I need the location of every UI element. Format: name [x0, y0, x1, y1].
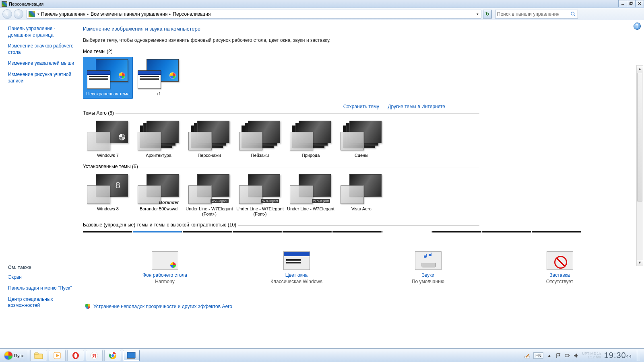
- option-window-color[interactable]: Цвет окна Классическая Windows: [240, 251, 353, 284]
- theme-label: Пейзажи: [251, 153, 269, 158]
- see-also-ease[interactable]: Центр специальных возможностей: [8, 296, 80, 309]
- group-aero-title: Темы Aero (6): [83, 110, 114, 116]
- theme-underline-minus[interactable]: W7ElegantUnder Line - W7Elegant (Font-): [235, 172, 285, 219]
- taskbar-app-media[interactable]: [49, 350, 66, 361]
- tray-volume-icon[interactable]: [573, 353, 579, 358]
- chevron-icon[interactable]: ▾: [37, 12, 39, 16]
- tray-flag-icon[interactable]: [555, 353, 561, 358]
- taskbar-app-chrome[interactable]: [104, 350, 121, 361]
- see-also-taskbar[interactable]: Панель задач и меню "Пуск": [8, 285, 80, 292]
- theme-label: Архитектура: [146, 153, 171, 158]
- theme-unsaved[interactable]: Несохраненная тема: [83, 57, 133, 99]
- link-save-theme[interactable]: Сохранить тему: [343, 104, 379, 109]
- group-aero: Windows 7 Архитектура Персонажи Пейзажи …: [83, 116, 642, 164]
- minimize-button[interactable]: [618, 0, 627, 7]
- svg-line-6: [574, 14, 576, 16]
- group-installed-title: Установленные темы (6): [83, 164, 138, 169]
- theme-basic-partial[interactable]: [133, 231, 182, 232]
- aero-troubleshoot-text: Устранение неполадок прозрачности и друг…: [93, 304, 232, 309]
- tray-show-desktop[interactable]: [637, 350, 640, 361]
- tray-language[interactable]: EN: [533, 352, 543, 359]
- badge: W7Elegant: [261, 199, 279, 203]
- theme-rf[interactable]: rf: [134, 57, 184, 99]
- theme-vista-aero[interactable]: Vista Aero: [336, 172, 386, 219]
- tray-clock[interactable]: 19:3044: [604, 351, 632, 360]
- window-title: Персонализация: [9, 2, 43, 6]
- theme-architecture[interactable]: Архитектура: [134, 118, 184, 160]
- theme-borander[interactable]: BoranderBorander 500wswd: [134, 172, 184, 219]
- theme-underline[interactable]: W7ElegantUnder Line - W7Elegant: [286, 172, 336, 219]
- taskbar-app-opera[interactable]: [67, 350, 84, 361]
- taskbar-app-personalization[interactable]: [123, 350, 140, 361]
- scroll-up-button[interactable]: ▲: [637, 66, 643, 72]
- theme-basic-partial[interactable]: [482, 231, 531, 232]
- chevron-icon[interactable]: ▸: [87, 12, 89, 16]
- nav-back-button[interactable]: [2, 9, 12, 19]
- sidebar-link-mouse-pointers[interactable]: Изменение указателей мыши: [8, 60, 76, 67]
- badge: W7Elegant: [211, 199, 229, 203]
- chevron-down-icon[interactable]: ▾: [477, 12, 479, 16]
- group-basic: [83, 228, 642, 232]
- maximize-button[interactable]: [627, 0, 636, 7]
- option-sounds[interactable]: Звуки По умолчанию: [372, 251, 485, 284]
- theme-basic-partial[interactable]: [532, 231, 581, 232]
- svg-rect-11: [426, 254, 427, 257]
- left-sidebar: Панель управления - домашняя страница Из…: [0, 20, 80, 315]
- tray-pen-icon[interactable]: [524, 353, 530, 358]
- option-screensaver[interactable]: Заставка Отсутствует: [504, 251, 616, 284]
- breadcrumb-bar[interactable]: ▾ Панель управления ▸ Все элементы панел…: [27, 10, 481, 19]
- start-button[interactable]: Пуск: [2, 350, 27, 361]
- theme-basic-partial[interactable]: [332, 231, 382, 232]
- sidebar-link-home[interactable]: Панель управления - домашняя страница: [8, 26, 76, 38]
- theme-characters[interactable]: Персонажи: [184, 118, 234, 160]
- option-desktop-background[interactable]: Фон рабочего стола Harmony: [109, 251, 221, 284]
- theme-label: Under Line - W7Elegant (Font-): [236, 206, 284, 217]
- theme-landscapes[interactable]: Пейзажи: [235, 118, 285, 160]
- taskbar-app-explorer[interactable]: [30, 350, 47, 361]
- theme-scenes[interactable]: Сцены: [336, 118, 386, 160]
- see-also-display[interactable]: Экран: [8, 274, 80, 281]
- theme-basic-partial[interactable]: [432, 231, 481, 232]
- search-placeholder: Поиск в панели управления: [497, 11, 559, 17]
- theme-basic-partial[interactable]: [83, 231, 132, 232]
- refresh-button[interactable]: ↻: [483, 10, 492, 19]
- nav-forward-button[interactable]: [14, 9, 23, 19]
- scroll-thumb[interactable]: [637, 73, 642, 202]
- theme-basic-partial[interactable]: [183, 231, 232, 232]
- theme-windows8[interactable]: 8Windows 8: [83, 172, 133, 219]
- theme-basic-partial[interactable]: [382, 231, 431, 232]
- taskbar-app-yandex[interactable]: Я: [86, 350, 103, 361]
- theme-underline-plus[interactable]: W7ElegantUnder Line - W7Elegant (Font+): [184, 172, 234, 219]
- group-my-themes-title: Мои темы (2): [83, 49, 113, 54]
- scrollbar[interactable]: ▲ ▼: [636, 65, 643, 266]
- breadcrumb-segment[interactable]: Панель управления: [41, 11, 85, 17]
- group-my-themes: Несохраненная тема rf: [83, 54, 642, 102]
- sidebar-link-desktop-icons[interactable]: Изменение значков рабочего стола: [8, 43, 76, 56]
- theme-label: Under Line - W7Elegant (Font+): [186, 206, 233, 217]
- close-button[interactable]: [635, 0, 644, 7]
- shield-icon: [85, 303, 91, 310]
- svg-rect-1: [630, 3, 632, 5]
- opt-value: Классическая Windows: [240, 279, 353, 284]
- theme-windows7[interactable]: Windows 7: [83, 118, 133, 160]
- tray-up-icon[interactable]: ▴: [547, 353, 552, 358]
- theme-label: Borander 500wswd: [140, 206, 178, 212]
- theme-label: Windows 7: [97, 153, 119, 158]
- link-more-themes[interactable]: Другие темы в Интернете: [388, 104, 445, 109]
- opt-label: Цвет окна: [240, 272, 353, 278]
- theme-label: Персонажи: [198, 153, 221, 158]
- theme-basic-partial[interactable]: [283, 231, 332, 232]
- chevron-icon[interactable]: ▸: [169, 12, 171, 16]
- opt-value: Отсутствует: [504, 279, 616, 284]
- search-input[interactable]: Поиск в панели управления: [495, 10, 578, 19]
- opt-label: Заставка: [504, 272, 616, 278]
- sounds-icon: [415, 251, 442, 270]
- breadcrumb-icon: [29, 11, 35, 17]
- theme-basic-partial[interactable]: [233, 231, 282, 232]
- theme-nature[interactable]: Природа: [286, 118, 336, 160]
- aero-troubleshoot-link[interactable]: Устранение неполадок прозрачности и друг…: [83, 303, 642, 310]
- sidebar-link-account-picture[interactable]: Изменение рисунка учетной записи: [8, 72, 76, 84]
- breadcrumb-segment[interactable]: Персонализация: [173, 11, 211, 17]
- breadcrumb-segment[interactable]: Все элементы панели управления: [91, 11, 167, 17]
- tray-power-icon[interactable]: [564, 353, 570, 358]
